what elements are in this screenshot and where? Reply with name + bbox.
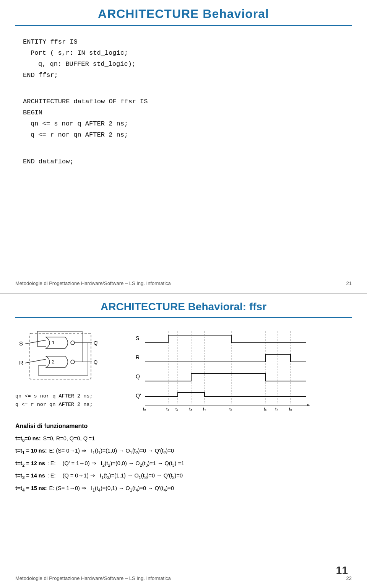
row4-text: E: (S= 1→0) ⇒ I1(t4)=(0,1) → O1(t4)=0 → …	[49, 483, 174, 494]
page-top: ARCHITECTURE Behavioral ENTITY ffsr IS P…	[0, 0, 367, 294]
timing-qprime-label: Q'	[136, 393, 141, 399]
page-title-bottom: ARCHITECTURE Behavioral: ffsr	[15, 294, 352, 318]
r-line	[25, 359, 46, 363]
r-signal	[145, 354, 306, 362]
diagram-area: S R 1 2	[15, 326, 352, 415]
footer-top: Metodologie di Progettazione Hardware/So…	[15, 280, 352, 286]
code-line-5: ARCHITECTURE dataflow OF ffsr IS	[23, 96, 352, 108]
row4-label: t=t4 = 15 ns:	[15, 483, 47, 494]
t8: t₈	[289, 407, 292, 411]
qprime-signal	[145, 393, 306, 396]
row3-text: (Q = 0→1) ⇒ I1(t3)=(1,1) → O1(t3)=0 → Q'…	[58, 471, 183, 481]
gate1-label: 1	[52, 340, 55, 345]
title-bottom: ARCHITECTURE Behavioral: ffsr	[15, 301, 352, 313]
footer-right-top: 21	[346, 280, 352, 286]
row2-ns: : E:	[47, 458, 56, 468]
circuit-code: qn <= s nor q AFTER 2 ns; q <= r nor qn …	[15, 392, 122, 409]
row2-label: t=t2 = 12 ns	[15, 458, 45, 469]
title-top: ARCHITECTURE Behavioral	[15, 7, 352, 21]
code-line-8: q <= r nor qn AFTER 2 ns;	[31, 130, 352, 141]
time-arrow	[307, 404, 310, 406]
row0-text: S=0, R=0, Q=0, Q'=1	[43, 433, 95, 443]
timing-q-label: Q	[136, 373, 140, 380]
footer-bottom: Metodologie di Progettazione Hardware/So…	[15, 575, 352, 581]
gate1-bubble	[71, 341, 75, 345]
code-line-3: q, qn: BUFFER std_logic);	[38, 59, 352, 70]
timing-container: S R Q Q'	[134, 326, 352, 415]
code-line-c2: q <= r nor qn AFTER 2 ns;	[15, 401, 122, 409]
footer-left-bottom: Metodologie di Progettazione Hardware/So…	[15, 575, 171, 581]
code-gap-2	[23, 145, 352, 156]
s-label: S	[19, 340, 23, 347]
t2: t₂	[175, 407, 178, 411]
circuit-svg: S R 1 2	[15, 326, 122, 387]
t5: t₅	[229, 407, 232, 411]
qprime-label: Q'	[94, 340, 99, 346]
s-signal	[145, 335, 306, 343]
page-number: 11	[336, 564, 348, 577]
analysis-section: Analisi di funzionamento t=t0=0 ns: S=0,…	[15, 423, 352, 494]
page-bottom: ARCHITECTURE Behavioral: ffsr S R 1	[0, 294, 367, 588]
row1-text: E: (S= 0→1) ⇒ I1(t1)=(1,0) → O1(t2)=0 → …	[49, 446, 174, 456]
row1-label: t=t1 = 10 ns:	[15, 446, 47, 456]
r-label: R	[19, 359, 23, 366]
gate2-bubble	[71, 360, 75, 364]
q-signal	[145, 373, 306, 381]
code-gap-1	[23, 86, 352, 97]
t3: t₃	[189, 407, 192, 411]
timing-svg: S R Q Q'	[134, 329, 321, 414]
t7: t₇	[275, 407, 278, 411]
code-line-4: END ffsr;	[23, 70, 352, 81]
code-line-c1: qn <= s nor q AFTER 2 ns;	[15, 392, 122, 401]
code-line-1: ENTITY ffsr IS	[23, 37, 352, 48]
q-label: Q	[94, 359, 97, 365]
gate2-body	[46, 356, 68, 368]
analysis-row-1: t=t1 = 10 ns: E: (S= 0→1) ⇒ I1(t1)=(1,0)…	[15, 446, 352, 456]
gate2-label: 2	[52, 359, 55, 365]
t1: t₁	[166, 407, 169, 411]
t6: t₆	[264, 407, 267, 411]
code-line-2: Port ( s,r: IN std_logic;	[31, 48, 352, 59]
t0: t₀	[143, 407, 146, 411]
analysis-row-4: t=t4 = 15 ns: E: (S= 1→0) ⇒ I1(t4)=(0,1)…	[15, 483, 352, 494]
row3-ns: : E:	[47, 471, 56, 480]
code-line-6: BEGIN	[23, 108, 352, 119]
analysis-row-2: t=t2 = 12 ns : E: (Q' = 1→0) ⇒ I2(t2)=(0…	[15, 458, 352, 469]
circuit-container: S R 1 2	[15, 326, 122, 409]
row3-label: t=t3 = 14 ns	[15, 471, 45, 481]
row0-label: t=t0=0 ns:	[15, 433, 41, 444]
code-block-top: ENTITY ffsr IS Port ( s,r: IN std_logic;…	[15, 37, 352, 168]
row2-text: (Q' = 1→0) ⇒ I2(t2)=(0,0) → O2(t3)=1 → Q…	[58, 458, 184, 469]
timing-s-label: S	[136, 335, 139, 341]
gate1-body	[46, 337, 68, 349]
code-line-9: END dataflow;	[23, 156, 352, 168]
analysis-title: Analisi di funzionamento	[15, 423, 352, 430]
analysis-row-0: t=t0=0 ns: S=0, R=0, Q=0, Q'=1	[15, 433, 352, 444]
timing-r-label: R	[136, 354, 140, 360]
page-title-top: ARCHITECTURE Behavioral	[15, 0, 352, 26]
t4: t₄	[203, 407, 206, 411]
footer-left-top: Metodologie di Progettazione Hardware/So…	[15, 280, 171, 286]
code-line-7: qn <= s nor q AFTER 2 ns;	[31, 119, 352, 130]
s-line	[25, 340, 46, 344]
analysis-row-3: t=t3 = 14 ns : E: (Q = 0→1) ⇒ I1(t3)=(1,…	[15, 471, 352, 481]
